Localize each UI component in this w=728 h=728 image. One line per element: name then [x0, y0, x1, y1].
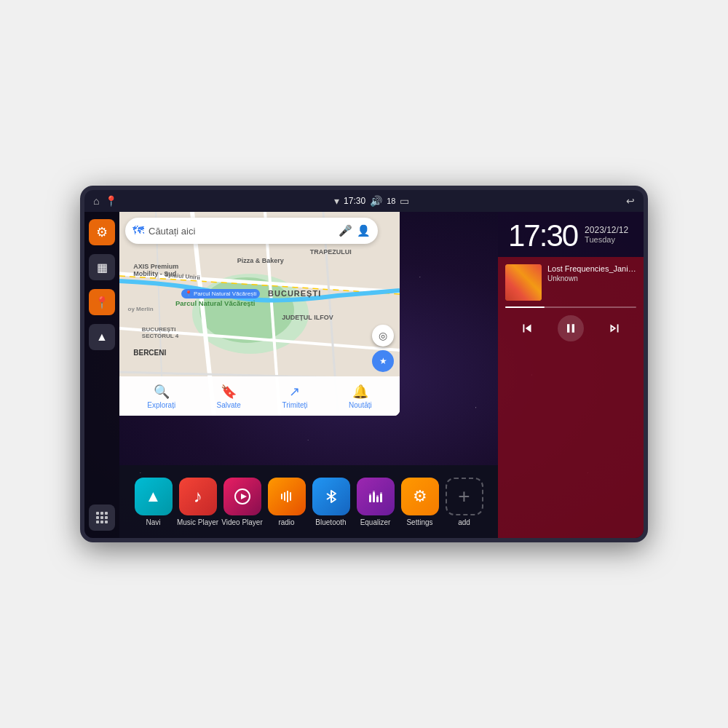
map-target-button[interactable]: ◎	[372, 325, 394, 347]
account-icon[interactable]: 👤	[357, 224, 371, 237]
status-bar: ⌂ 📍 ▾ 17:30 🔊 18 ▭ ↩	[84, 190, 644, 212]
apps-bar: ▲ Navi ♪ Music Player Video Player	[119, 465, 498, 538]
radio-label: radio	[278, 518, 294, 526]
music-details: Lost Frequencies_Janie... Unknown	[547, 264, 636, 282]
svg-rect-21	[376, 496, 379, 502]
map-pin-parc[interactable]: 📍 Parcul Natural Văcărești	[181, 289, 260, 298]
battery-number: 18	[387, 197, 395, 205]
battery-icon: ▭	[400, 195, 409, 207]
music-player-label: Music Player	[177, 518, 218, 526]
svg-rect-18	[369, 494, 371, 495]
map-label-merlin: oy Merlin	[128, 306, 154, 312]
back-icon[interactable]: ↩	[626, 195, 635, 207]
app-navi[interactable]: ▲ Navi	[132, 478, 175, 526]
clock-date: 2023/12/12 Tuesday	[585, 225, 628, 244]
app-settings[interactable]: ⚙ Settings	[398, 478, 442, 526]
map-nav-news[interactable]: 🔔 Noutăți	[349, 384, 372, 409]
map-nav-explore[interactable]: 🔍 Explorați	[147, 384, 175, 409]
map-label-sectorul4: BUCUREȘTISECTORUL 4	[142, 326, 178, 339]
video-player-icon	[223, 478, 261, 515]
svg-rect-19	[373, 492, 375, 502]
sidebar-item-navi[interactable]: ▲	[89, 324, 115, 350]
news-label: Noutăți	[349, 401, 372, 409]
files-icon: ▦	[97, 261, 108, 274]
skip-prev-icon	[519, 320, 535, 336]
clock-widget: 17:30 2023/12/12 Tuesday	[498, 212, 644, 257]
music-progress-bar[interactable]	[505, 306, 636, 308]
add-label: add	[458, 518, 470, 526]
app-bluetooth[interactable]: Bluetooth	[309, 478, 353, 526]
maps-status-icon[interactable]: 📍	[105, 195, 117, 207]
map-nav-share[interactable]: ↗ Trimiteți	[282, 384, 307, 409]
pause-button[interactable]	[558, 315, 584, 341]
svg-rect-16	[290, 492, 291, 501]
explore-icon: 🔍	[154, 384, 170, 400]
wifi-icon: ▾	[334, 195, 339, 207]
settings-icon-box: ⚙	[401, 478, 439, 515]
map-label-pizza: Pizza & Bakery	[237, 257, 284, 264]
svg-rect-17	[369, 495, 371, 502]
pause-icon	[563, 321, 578, 336]
share-label: Trimiteți	[282, 401, 307, 409]
right-panel: 17:30 2023/12/12 Tuesday Lost Frequencie…	[498, 212, 644, 538]
radio-waves-icon	[278, 488, 296, 505]
saved-label: Salvate	[217, 401, 241, 409]
map-fab-button[interactable]: ★	[372, 350, 394, 372]
bluetooth-icon	[323, 488, 340, 505]
main-content: ⚙ ▦ 📍 ▲	[84, 212, 644, 538]
clock-time: 17:30	[508, 221, 577, 251]
svg-rect-24	[380, 492, 382, 494]
svg-rect-14	[284, 492, 285, 501]
svg-rect-23	[380, 494, 382, 502]
next-button[interactable]	[601, 315, 628, 341]
music-artist: Unknown	[547, 274, 636, 282]
home-icon[interactable]: ⌂	[93, 195, 99, 207]
sidebar-item-apps[interactable]	[89, 505, 115, 531]
prev-button[interactable]	[514, 315, 540, 341]
app-music-player[interactable]: ♪ Music Player	[176, 478, 220, 526]
app-radio[interactable]: radio	[265, 478, 309, 526]
music-album-art	[505, 264, 542, 301]
music-progress-fill	[505, 306, 545, 308]
album-art-image	[505, 264, 542, 301]
mic-icon[interactable]: 🎤	[339, 224, 352, 237]
music-widget: Lost Frequencies_Janie... Unknown	[498, 257, 644, 538]
svg-rect-15	[287, 491, 288, 502]
video-player-label: Video Player	[221, 518, 263, 526]
map-pin-icon: 📍	[95, 296, 109, 309]
device-frame: ⌂ 📍 ▾ 17:30 🔊 18 ▭ ↩ ⚙ ▦ 📍	[80, 186, 648, 542]
nav-arrow-icon: ▲	[96, 331, 108, 344]
saved-icon: 🔖	[221, 384, 237, 400]
news-icon: 🔔	[352, 384, 368, 400]
navi-icon: ▲	[135, 478, 173, 515]
equalizer-icon-box	[357, 478, 395, 515]
status-left: ⌂ 📍	[93, 195, 117, 207]
svg-point-2	[199, 277, 294, 343]
clock-day-value: Tuesday	[585, 235, 628, 244]
sidebar-item-settings[interactable]: ⚙	[89, 219, 115, 245]
target-icon: ◎	[379, 330, 387, 341]
settings-icon: ⚙	[96, 224, 108, 240]
equalizer-icon	[367, 488, 384, 505]
map-label-bucuresti: BUCUREȘTI	[268, 289, 321, 298]
status-center: ▾ 17:30 🔊 18 ▭	[334, 195, 409, 207]
explore-label: Explorați	[147, 401, 175, 409]
app-equalizer[interactable]: Equalizer	[354, 478, 397, 526]
map-widget[interactable]: 🗺 Căutați aici 🎤 👤 AXIS PremiumMobility …	[119, 212, 400, 416]
sidebar-item-files[interactable]: ▦	[89, 254, 115, 280]
apps-grid-icon	[95, 510, 109, 525]
music-info: Lost Frequencies_Janie... Unknown	[505, 264, 636, 301]
map-nav-saved[interactable]: 🔖 Salvate	[217, 384, 241, 409]
add-icon-box: +	[446, 478, 483, 515]
center-area: 🗺 Căutați aici 🎤 👤 AXIS PremiumMobility …	[119, 212, 498, 538]
status-time: 17:30	[344, 196, 365, 206]
app-video-player[interactable]: Video Player	[221, 478, 264, 526]
music-controls	[505, 315, 636, 341]
app-add[interactable]: + add	[443, 478, 486, 526]
equalizer-label: Equalizer	[360, 518, 391, 526]
sidebar-item-maps[interactable]: 📍	[89, 289, 115, 315]
map-search-bar[interactable]: 🗺 Căutați aici 🎤 👤	[125, 218, 378, 244]
map-bottom-bar: 🔍 Explorați 🔖 Salvate ↗ Trimiteți	[119, 376, 400, 416]
bluetooth-icon-box	[312, 478, 350, 515]
skip-next-icon	[606, 320, 622, 336]
